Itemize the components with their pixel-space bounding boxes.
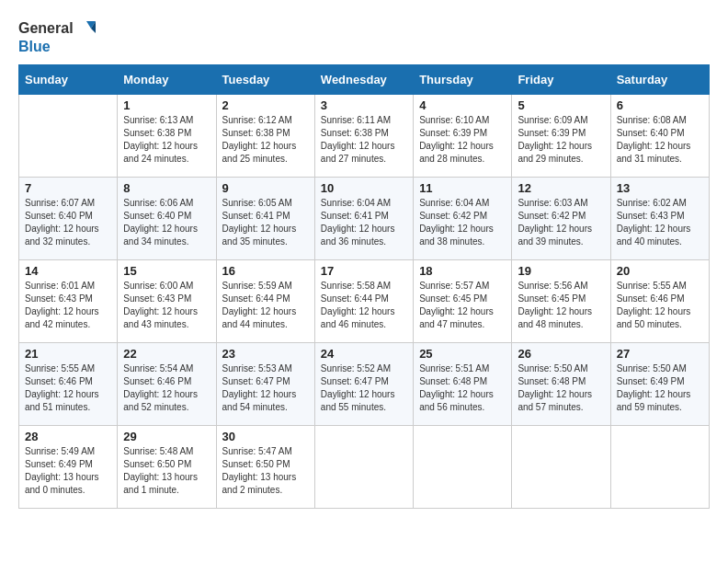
day-number: 25: [419, 347, 506, 361]
weekday-header-row: SundayMondayTuesdayWednesdayThursdayFrid…: [19, 64, 710, 94]
day-number: 4: [419, 98, 506, 112]
header: General Blue: [18, 18, 710, 55]
calendar-week-row: 14Sunrise: 6:01 AM Sunset: 6:43 PM Dayli…: [19, 259, 710, 342]
calendar-cell: [512, 425, 610, 508]
day-info: Sunrise: 5:58 AM Sunset: 6:44 PM Dayligh…: [321, 280, 407, 331]
day-number: 28: [25, 430, 111, 443]
day-info: Sunrise: 5:54 AM Sunset: 6:46 PM Dayligh…: [123, 362, 210, 414]
day-number: 24: [321, 347, 407, 361]
calendar-cell: 23Sunrise: 5:53 AM Sunset: 6:47 PM Dayli…: [216, 342, 314, 425]
day-number: 21: [25, 347, 111, 361]
weekday-monday: Monday: [118, 64, 216, 94]
calendar-week-row: 21Sunrise: 5:55 AM Sunset: 6:46 PM Dayli…: [19, 342, 710, 425]
day-info: Sunrise: 6:00 AM Sunset: 6:43 PM Dayligh…: [123, 280, 210, 331]
day-info: Sunrise: 5:51 AM Sunset: 6:48 PM Dayligh…: [419, 362, 506, 414]
day-number: 9: [222, 181, 309, 195]
calendar-cell: 22Sunrise: 5:54 AM Sunset: 6:46 PM Dayli…: [118, 342, 216, 425]
calendar-week-row: 7Sunrise: 6:07 AM Sunset: 6:40 PM Daylig…: [19, 177, 710, 259]
day-info: Sunrise: 6:07 AM Sunset: 6:40 PM Dayligh…: [25, 197, 111, 248]
calendar-cell: [414, 425, 512, 508]
calendar-cell: 26Sunrise: 5:50 AM Sunset: 6:48 PM Dayli…: [512, 342, 610, 425]
day-number: 19: [518, 264, 604, 278]
day-number: 5: [518, 98, 604, 112]
calendar-cell: 21Sunrise: 5:55 AM Sunset: 6:46 PM Dayli…: [19, 342, 118, 425]
day-number: 29: [123, 430, 210, 443]
calendar-cell: 12Sunrise: 6:03 AM Sunset: 6:42 PM Dayli…: [512, 177, 610, 259]
calendar-cell: 19Sunrise: 5:56 AM Sunset: 6:45 PM Dayli…: [512, 259, 610, 342]
weekday-saturday: Saturday: [610, 64, 709, 94]
calendar-week-row: 1Sunrise: 6:13 AM Sunset: 6:38 PM Daylig…: [19, 94, 710, 177]
calendar-cell: 20Sunrise: 5:55 AM Sunset: 6:46 PM Dayli…: [610, 259, 709, 342]
logo-bird-icon: [75, 18, 96, 39]
day-number: 8: [123, 181, 210, 195]
day-number: 16: [222, 264, 309, 278]
day-info: Sunrise: 6:09 AM Sunset: 6:39 PM Dayligh…: [518, 114, 604, 166]
calendar-cell: 13Sunrise: 6:02 AM Sunset: 6:43 PM Dayli…: [610, 177, 709, 259]
day-info: Sunrise: 5:57 AM Sunset: 6:45 PM Dayligh…: [419, 280, 506, 331]
calendar-cell: 4Sunrise: 6:10 AM Sunset: 6:39 PM Daylig…: [414, 94, 512, 177]
day-number: 30: [222, 430, 309, 443]
calendar-cell: 10Sunrise: 6:04 AM Sunset: 6:41 PM Dayli…: [314, 177, 413, 259]
day-number: 11: [419, 181, 506, 195]
calendar-cell: 2Sunrise: 6:12 AM Sunset: 6:38 PM Daylig…: [216, 94, 314, 177]
calendar-week-row: 28Sunrise: 5:49 AM Sunset: 6:49 PM Dayli…: [19, 425, 710, 508]
day-info: Sunrise: 6:02 AM Sunset: 6:43 PM Dayligh…: [617, 197, 703, 248]
day-info: Sunrise: 6:03 AM Sunset: 6:42 PM Dayligh…: [518, 197, 604, 248]
calendar-cell: 24Sunrise: 5:52 AM Sunset: 6:47 PM Dayli…: [314, 342, 413, 425]
day-number: 12: [518, 181, 604, 195]
day-number: 7: [25, 181, 111, 195]
calendar-cell: 17Sunrise: 5:58 AM Sunset: 6:44 PM Dayli…: [314, 259, 413, 342]
calendar-cell: 9Sunrise: 6:05 AM Sunset: 6:41 PM Daylig…: [216, 177, 314, 259]
calendar-cell: 1Sunrise: 6:13 AM Sunset: 6:38 PM Daylig…: [118, 94, 216, 177]
calendar-cell: [314, 425, 413, 508]
day-info: Sunrise: 5:53 AM Sunset: 6:47 PM Dayligh…: [222, 362, 309, 414]
calendar-cell: 11Sunrise: 6:04 AM Sunset: 6:42 PM Dayli…: [414, 177, 512, 259]
day-number: 20: [617, 264, 703, 278]
calendar-cell: 5Sunrise: 6:09 AM Sunset: 6:39 PM Daylig…: [512, 94, 610, 177]
calendar-table: SundayMondayTuesdayWednesdayThursdayFrid…: [18, 64, 710, 509]
calendar-cell: [610, 425, 709, 508]
calendar-cell: 25Sunrise: 5:51 AM Sunset: 6:48 PM Dayli…: [414, 342, 512, 425]
day-info: Sunrise: 6:04 AM Sunset: 6:41 PM Dayligh…: [321, 197, 407, 248]
day-number: 17: [321, 264, 407, 278]
weekday-wednesday: Wednesday: [314, 64, 413, 94]
day-info: Sunrise: 6:05 AM Sunset: 6:41 PM Dayligh…: [222, 197, 309, 248]
day-info: Sunrise: 5:56 AM Sunset: 6:45 PM Dayligh…: [518, 280, 604, 331]
logo: General Blue: [18, 18, 96, 55]
day-info: Sunrise: 6:12 AM Sunset: 6:38 PM Dayligh…: [222, 114, 309, 166]
day-number: 18: [419, 264, 506, 278]
day-number: 27: [617, 347, 703, 361]
day-number: 6: [617, 98, 703, 112]
calendar-cell: 8Sunrise: 6:06 AM Sunset: 6:40 PM Daylig…: [118, 177, 216, 259]
day-info: Sunrise: 6:11 AM Sunset: 6:38 PM Dayligh…: [321, 114, 407, 166]
logo-text: General Blue: [18, 18, 96, 55]
day-info: Sunrise: 6:06 AM Sunset: 6:40 PM Dayligh…: [123, 197, 210, 248]
weekday-thursday: Thursday: [414, 64, 512, 94]
day-number: 10: [321, 181, 407, 195]
day-info: Sunrise: 5:59 AM Sunset: 6:44 PM Dayligh…: [222, 280, 309, 331]
weekday-sunday: Sunday: [19, 64, 118, 94]
day-number: 22: [123, 347, 210, 361]
day-info: Sunrise: 6:01 AM Sunset: 6:43 PM Dayligh…: [25, 280, 111, 331]
day-number: 13: [617, 181, 703, 195]
calendar-cell: [19, 94, 118, 177]
calendar-cell: 16Sunrise: 5:59 AM Sunset: 6:44 PM Dayli…: [216, 259, 314, 342]
day-info: Sunrise: 5:49 AM Sunset: 6:49 PM Dayligh…: [25, 445, 111, 497]
day-number: 26: [518, 347, 604, 361]
day-info: Sunrise: 6:13 AM Sunset: 6:38 PM Dayligh…: [123, 114, 210, 166]
calendar-cell: 30Sunrise: 5:47 AM Sunset: 6:50 PM Dayli…: [216, 425, 314, 508]
day-info: Sunrise: 5:50 AM Sunset: 6:48 PM Dayligh…: [518, 362, 604, 414]
weekday-tuesday: Tuesday: [216, 64, 314, 94]
calendar-cell: 6Sunrise: 6:08 AM Sunset: 6:40 PM Daylig…: [610, 94, 709, 177]
calendar-cell: 18Sunrise: 5:57 AM Sunset: 6:45 PM Dayli…: [414, 259, 512, 342]
day-number: 15: [123, 264, 210, 278]
day-info: Sunrise: 5:47 AM Sunset: 6:50 PM Dayligh…: [222, 445, 309, 497]
calendar-cell: 28Sunrise: 5:49 AM Sunset: 6:49 PM Dayli…: [19, 425, 118, 508]
calendar-cell: 14Sunrise: 6:01 AM Sunset: 6:43 PM Dayli…: [19, 259, 118, 342]
calendar-cell: 3Sunrise: 6:11 AM Sunset: 6:38 PM Daylig…: [314, 94, 413, 177]
calendar-cell: 7Sunrise: 6:07 AM Sunset: 6:40 PM Daylig…: [19, 177, 118, 259]
day-info: Sunrise: 6:04 AM Sunset: 6:42 PM Dayligh…: [419, 197, 506, 248]
weekday-friday: Friday: [512, 64, 610, 94]
day-info: Sunrise: 5:55 AM Sunset: 6:46 PM Dayligh…: [25, 362, 111, 414]
day-info: Sunrise: 6:08 AM Sunset: 6:40 PM Dayligh…: [617, 114, 703, 166]
